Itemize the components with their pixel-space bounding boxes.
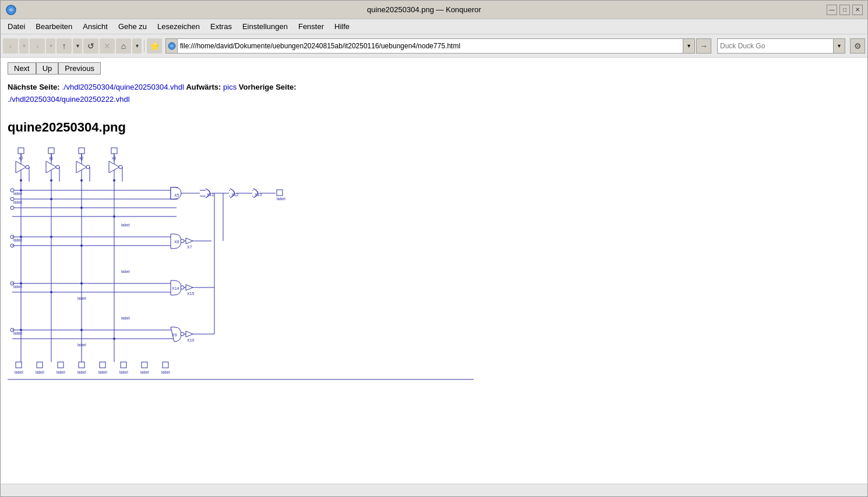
svg-rect-115 [58, 362, 63, 368]
window-title: quine20250304.png — Konqueror [22, 5, 827, 14]
next-button[interactable]: Next [8, 62, 36, 74]
statusbar [1, 484, 867, 496]
menu-gehe-zu[interactable]: Gehe zu [114, 21, 151, 32]
stop-button[interactable]: ✕ [100, 38, 115, 54]
svg-text:x2: x2 [79, 156, 84, 160]
svg-text:x1: x1 [49, 156, 54, 160]
url-go-button[interactable]: → [696, 38, 711, 54]
svg-point-106 [80, 244, 83, 247]
circuit-diagram: .circ { stroke: #3030a8; stroke-width: 1… [8, 147, 474, 385]
menu-extras[interactable]: Extras [206, 21, 237, 32]
svg-text:label: label [13, 285, 22, 289]
menu-hilfe[interactable]: Hilfe [330, 21, 354, 32]
urlbar-favicon [165, 38, 177, 54]
page-title: quine20250304.png [8, 120, 860, 135]
svg-point-110 [20, 329, 22, 331]
search-dropdown[interactable]: ▾ [834, 38, 845, 54]
svg-rect-113 [16, 362, 22, 368]
up-nav-button[interactable]: Up [36, 62, 59, 74]
home-dropdown[interactable]: ▾ [132, 38, 142, 54]
svg-text:label: label [121, 223, 130, 227]
svg-text:label: label [161, 370, 170, 374]
svg-text:X6: X6 [174, 240, 179, 244]
menu-lesezeichen[interactable]: Lesezeichen [153, 21, 204, 32]
svg-marker-75 [186, 331, 193, 337]
svg-point-33 [113, 179, 115, 182]
svg-text:label: label [13, 191, 22, 196]
prev-link[interactable]: ./vhdl20250304/quine20250222.vhdl [8, 95, 130, 104]
svg-point-104 [20, 236, 22, 238]
forward-button[interactable]: › [30, 38, 45, 54]
back-dropdown[interactable]: ▾ [19, 38, 29, 54]
menu-einstellungen[interactable]: Einstellungen [238, 21, 292, 32]
svg-text:X9: X9 [172, 333, 177, 337]
url-input[interactable] [177, 38, 683, 54]
up-link[interactable]: pics [223, 83, 237, 91]
back-button[interactable]: ‹ [3, 38, 18, 54]
svg-rect-116 [79, 362, 84, 368]
app-logo [5, 4, 17, 16]
search-input[interactable] [717, 38, 834, 54]
svg-point-108 [50, 291, 52, 293]
maximize-button[interactable]: □ [839, 5, 850, 15]
searchbar-container: ▾ [717, 38, 845, 54]
svg-rect-91 [277, 190, 283, 196]
svg-text:label: label [13, 238, 22, 242]
forward-dropdown[interactable]: ▾ [46, 38, 55, 54]
svg-text:label: label [13, 331, 22, 335]
minimize-button[interactable]: — [827, 5, 837, 15]
svg-rect-4 [79, 148, 84, 154]
svg-rect-119 [142, 362, 147, 368]
window-controls: — □ ✕ [827, 5, 863, 15]
close-button[interactable]: ✕ [852, 5, 863, 15]
svg-point-63 [181, 286, 184, 289]
up-button[interactable]: ↑ [57, 38, 72, 54]
next-link[interactable]: ./vhdl20250304/quine20250304.vhdl [62, 83, 184, 91]
svg-text:X10: X10 [187, 338, 195, 342]
previous-button[interactable]: Previous [58, 62, 101, 74]
svg-text:label: label [121, 316, 130, 320]
svg-point-101 [50, 198, 52, 200]
bookmark-button[interactable]: ⭐ [147, 38, 162, 54]
titlebar: quine20250304.png — Konqueror — □ ✕ [1, 1, 867, 19]
svg-text:label: label [13, 200, 22, 204]
menu-bearbeiten[interactable]: Bearbeiten [31, 21, 77, 32]
svg-point-100 [20, 189, 22, 191]
settings-button[interactable]: ⚙ [850, 38, 865, 54]
svg-text:label: label [77, 343, 86, 347]
url-dropdown[interactable]: ▾ [683, 38, 695, 54]
svg-rect-2 [18, 148, 24, 154]
svg-point-15 [20, 179, 22, 182]
svg-rect-120 [163, 362, 168, 368]
svg-text:X15: X15 [187, 292, 195, 296]
up-dropdown[interactable]: ▾ [73, 38, 82, 54]
svg-text:label: label [77, 370, 86, 374]
svg-text:label: label [15, 370, 23, 374]
page-navigation-info: Nächste Seite: ./vhdl20250304/quine20250… [1, 79, 867, 111]
menu-datei[interactable]: Datei [3, 21, 30, 32]
svg-point-17 [56, 165, 59, 169]
svg-point-111 [80, 329, 83, 331]
svg-text:x3: x3 [112, 156, 117, 160]
browser-window: quine20250304.png — Konqueror — □ ✕ Date… [0, 0, 868, 497]
next-label: Nächste Seite: [8, 83, 60, 91]
svg-point-74 [181, 332, 184, 336]
svg-point-40 [10, 206, 14, 210]
svg-rect-114 [37, 362, 43, 368]
svg-point-27 [80, 179, 83, 182]
svg-point-29 [119, 165, 122, 169]
svg-text:x0: x0 [19, 156, 23, 160]
svg-text:X14: X14 [172, 286, 179, 290]
home-button[interactable]: ⌂ [116, 38, 131, 54]
menu-ansicht[interactable]: Ansicht [78, 21, 112, 32]
svg-text:X7: X7 [187, 245, 192, 249]
svg-rect-118 [121, 362, 126, 368]
circuit-diagram-container: .circ { stroke: #3030a8; stroke-width: 1… [1, 147, 867, 385]
svg-point-107 [20, 282, 22, 285]
reload-button[interactable]: ↺ [83, 38, 98, 54]
menu-fenster[interactable]: Fenster [294, 21, 329, 32]
toolbar: ‹ ▾ › ▾ ↑ ▾ ↺ ✕ ⌂ ▾ ⭐ ▾ → [1, 34, 867, 58]
svg-point-109 [80, 282, 83, 285]
nav-buttons: Next Up Previous [1, 58, 867, 79]
svg-marker-53 [186, 238, 193, 244]
